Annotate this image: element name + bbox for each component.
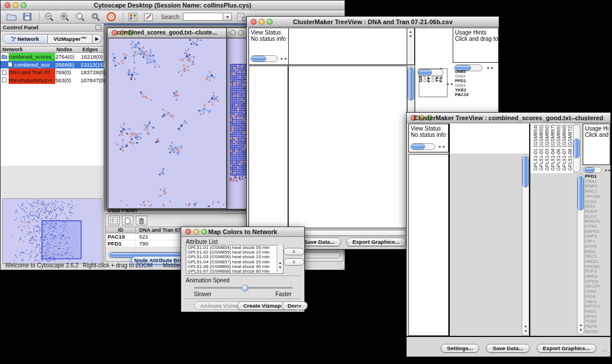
scrollbar-thumb[interactable] [577, 176, 584, 210]
status-pan-hint: Middle- [163, 262, 182, 269]
tv2-vscrollbar[interactable]: ▲▼ [522, 154, 529, 336]
scroll-left-icon[interactable]: ◄ [280, 57, 283, 60]
animation-speed-label: Animation Speed [186, 277, 230, 283]
network-row[interactable]: combined_scores_ 2764(0) 16218(0) [1, 53, 104, 61]
network-row[interactable]: DNA and Tran 07 769(0) 183728(0) [1, 68, 104, 76]
search-dropdown-button[interactable]: ▼ [223, 13, 232, 21]
tv1-row-dendrogram[interactable] [249, 66, 288, 228]
annotation-icon-button[interactable] [142, 12, 155, 22]
attribute-list-vscrollbar[interactable]: ▲▼ [277, 245, 283, 273]
attribute-select-icon-button[interactable] [108, 216, 120, 225]
tv2-view-status-panel: View Status No status info f ◄ ► [408, 124, 449, 152]
minimize-button[interactable] [238, 30, 244, 36]
column-label[interactable]: GPL51-08 (GSM872) [567, 122, 573, 171]
column-label[interactable]: GPL51-07 (GSM868) [561, 122, 567, 171]
main-titlebar[interactable]: Cytoscape Desktop (Session Name: collins… [1, 1, 345, 10]
scrollbar-thumb[interactable] [573, 139, 580, 158]
create-vizmap-button[interactable]: Create Vizmap [237, 301, 287, 310]
vizmap-grid-icon-button[interactable] [127, 12, 139, 22]
tv2-zoom-vscrollbar[interactable]: ▲▼ [577, 174, 584, 335]
tab-overflow-button[interactable]: ▶ [92, 35, 101, 43]
dialog-titlebar[interactable]: Map Colors to Network [181, 227, 304, 237]
scroll-right-icon[interactable]: ► [442, 145, 446, 148]
net1-canvas[interactable] [109, 39, 226, 208]
tv2-zoom-heatmap[interactable] [531, 174, 576, 335]
close-button[interactable] [230, 30, 236, 36]
overview-canvas[interactable] [3, 199, 102, 263]
scroll-right-icon[interactable]: ► [284, 57, 288, 60]
scroll-left-icon[interactable]: ◄ [438, 145, 441, 148]
tv1-col-scroll-strip[interactable]: ▲▼ [407, 28, 415, 65]
tv2-titlebar[interactable]: ClusterMaker TreeView : combined_scores_… [407, 113, 610, 123]
desktop: Cytoscape Desktop (Session Name: collins… [0, 0, 612, 364]
network-row-selected[interactable]: combined_sco 2569(6) 13112(15) [1, 61, 104, 69]
scroll-right-icon[interactable]: ► [491, 66, 494, 70]
file-icon [6, 62, 14, 67]
scrollbar-thumb[interactable] [408, 67, 414, 101]
scrollbar-thumb[interactable] [522, 156, 529, 187]
zoom-fit-icon-button[interactable] [89, 12, 102, 22]
tv2-row-dendrogram-panel [408, 154, 449, 336]
export-graphics-button[interactable]: Export Graphics... [346, 237, 406, 246]
zoom-out-icon-button[interactable] [43, 12, 55, 22]
scrollbar-thumb[interactable] [278, 246, 282, 256]
tv2-hints-hscrollbar[interactable] [583, 167, 602, 173]
slider-thumb[interactable] [242, 285, 248, 292]
network-table-header: Network Nodes Edges [1, 46, 104, 53]
map-colors-dialog: Map Colors to Network Attribute List GPL… [181, 227, 305, 312]
delete-attribute-icon-button[interactable] [136, 216, 147, 225]
tab-network[interactable]: Network [3, 35, 47, 43]
tv1-status-hscrollbar[interactable] [250, 55, 278, 62]
save-button[interactable] [21, 12, 33, 22]
attribute-list-item[interactable]: GPL51-07 (GSM868) heat shock 60 min [186, 269, 283, 274]
tab-vizmapper[interactable]: VizMapper™ [47, 35, 92, 43]
tv1-heatmap[interactable] [289, 66, 407, 228]
network-row[interactable]: RNAPuberN0v2+I 563(0) 107847(0) [1, 76, 104, 85]
main-window-title: Cytoscape Desktop (Session Name: collins… [1, 2, 345, 9]
scroll-right-icon[interactable]: ► [608, 168, 611, 172]
export-graphics-button[interactable]: Export Graphics... [537, 344, 596, 352]
move-down-button[interactable]: ∨ [284, 258, 304, 266]
scroll-right-icon[interactable]: ► [450, 82, 454, 86]
search-input[interactable] [183, 13, 223, 21]
resize-grip[interactable] [603, 350, 610, 356]
new-attribute-icon-button[interactable] [122, 216, 133, 225]
resize-grip[interactable] [297, 305, 304, 311]
id-column-header[interactable]: ID [106, 227, 136, 233]
column-label[interactable]: GPL51-04 (GSM857) [550, 122, 556, 171]
column-label[interactable]: GPL51-02 (GSM855) [538, 122, 544, 171]
attribute-list-label: Attribute List [186, 239, 218, 245]
attribute-list[interactable]: GPL51-01 (GSM854) heat shock 05 minGPL51… [186, 245, 284, 274]
zoom-in-icon-button[interactable] [58, 12, 71, 22]
tv1-col-dendrogram[interactable] [289, 28, 407, 64]
net1-titlebar[interactable]: combined_scores_good.txt--cluste... [108, 28, 226, 38]
zoom-selected-icon-button[interactable] [74, 12, 86, 22]
settings-button[interactable]: Settings... [441, 344, 479, 352]
gene-label[interactable]: MON2 [585, 329, 611, 335]
scroll-left-icon[interactable]: ◄ [604, 168, 607, 172]
tv1-matrix[interactable] [419, 69, 447, 97]
animation-speed-slider[interactable] [194, 287, 293, 289]
column-label[interactable]: GPL51-01 (GSM854) [533, 122, 538, 171]
gene-label[interactable]: PAC10 [455, 93, 489, 97]
tv2-labels-vscrollbar[interactable] [573, 124, 580, 173]
open-file-button[interactable] [5, 12, 18, 22]
resize-grip[interactable] [338, 263, 344, 269]
tv1-titlebar[interactable]: ClusterMaker TreeView : DNA and Tran 07-… [247, 17, 499, 27]
column-label[interactable]: GPL51-06 (GSM865) [556, 122, 561, 171]
tv2-status-hscrollbar[interactable] [410, 143, 435, 150]
save-data-button[interactable]: Save Data... [486, 344, 529, 352]
dialog-title: Map Colors to Network [181, 228, 304, 235]
status-welcome: Welcome to Cytoscape 2.6.2 [5, 262, 79, 269]
faster-label: Faster [276, 291, 292, 297]
network-overview-thumbnail[interactable] [2, 198, 102, 264]
move-up-button[interactable]: ∧ [284, 248, 304, 255]
tv2-heatmap[interactable] [450, 154, 522, 336]
tv1-gene-list: GIM5GIM4PFD1GIM3YKE2PAC10 [455, 70, 489, 97]
help-lifering-icon-button[interactable] [105, 12, 117, 22]
tv2-column-labels: GPL51-01 (GSM854)GPL51-02 (GSM855)GPL51-… [533, 122, 573, 171]
tv2-row-dendrogram[interactable] [409, 155, 448, 335]
float-panel-icon[interactable] [95, 25, 101, 30]
column-label[interactable]: GPL51-03 (GSM856) [544, 122, 550, 171]
network-tree-table: Network Nodes Edges combined_scores_ 276… [1, 46, 104, 166]
